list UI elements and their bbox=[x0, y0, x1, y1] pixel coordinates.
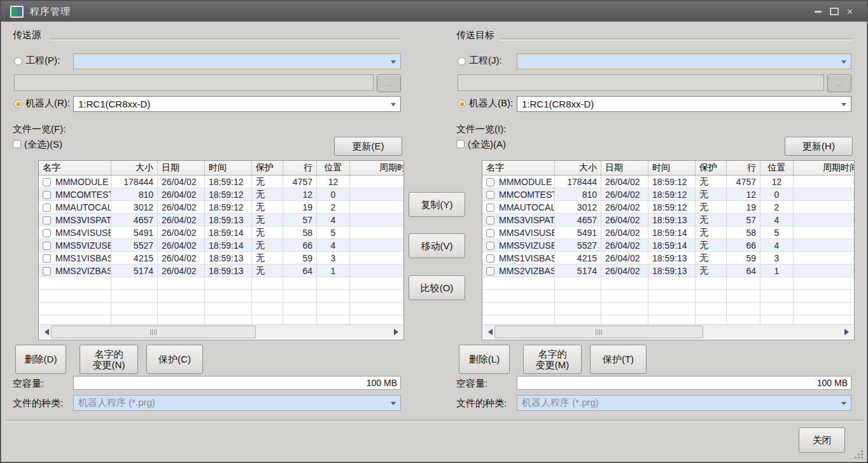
row-checkbox[interactable] bbox=[486, 254, 494, 263]
table-row[interactable]: MMS2VIZBASIC517426/04/0218:59:13无6410 bbox=[39, 265, 404, 277]
path-field[interactable] bbox=[458, 74, 824, 91]
file-type-combo[interactable]: 机器人程序 (*.prg) bbox=[73, 395, 401, 411]
row-checkbox[interactable] bbox=[486, 242, 494, 250]
browse-button[interactable]: ... bbox=[377, 74, 401, 92]
refresh-button[interactable]: 更新(E) bbox=[334, 137, 402, 156]
resize-grip[interactable] bbox=[854, 450, 863, 459]
table-row[interactable]: MMS1VISBASIC421526/04/0218:59:13无5930 bbox=[39, 252, 404, 265]
column-header-cycle[interactable]: 周期时间 bbox=[350, 161, 405, 176]
delete-button[interactable]: 删除(L) bbox=[459, 345, 510, 374]
table-row[interactable]: MMS2VIZBASIC517426/04/0218:59:13无6410 bbox=[482, 265, 855, 277]
file-type-combo[interactable]: 机器人程序 (*.prg) bbox=[517, 395, 851, 411]
robot-radio[interactable] bbox=[458, 100, 466, 108]
column-header-size[interactable]: 大小 bbox=[555, 161, 601, 176]
row-checkbox[interactable] bbox=[43, 229, 51, 237]
column-header-size[interactable]: 大小 bbox=[111, 161, 158, 176]
scroll-thumb[interactable] bbox=[51, 326, 256, 338]
scroll-left-button[interactable] bbox=[39, 325, 50, 338]
titlebar[interactable]: 程序管理 ✕ bbox=[1, 1, 867, 22]
cell-date: 26/04/02 bbox=[601, 239, 648, 252]
minimize-button[interactable] bbox=[810, 4, 826, 18]
cell-name: MMS3VISPATH bbox=[482, 214, 555, 226]
column-header-date[interactable]: 日期 bbox=[158, 161, 205, 176]
close-button[interactable]: 关闭 bbox=[799, 427, 845, 453]
robot-combo[interactable]: 1:RC1(CR8xx-D) bbox=[517, 96, 851, 112]
project-radio[interactable] bbox=[458, 57, 466, 66]
cell-date: 26/04/02 bbox=[601, 201, 648, 214]
scroll-right-button[interactable] bbox=[843, 325, 853, 338]
column-header-date[interactable]: 日期 bbox=[601, 161, 648, 176]
compare-button[interactable]: 比较(O) bbox=[409, 275, 465, 300]
cell-position: 4 bbox=[760, 214, 794, 226]
table-row[interactable]: MMS4VISUSER549126/04/0218:59:14无5850 bbox=[482, 226, 855, 239]
column-header-cycle[interactable]: 周期时间 bbox=[794, 161, 855, 176]
column-header-protect[interactable]: 保护 bbox=[252, 161, 283, 176]
protect-button[interactable]: 保护(C) bbox=[146, 345, 203, 374]
file-list-label: 文件一览(I): bbox=[456, 123, 506, 135]
scroll-left-button[interactable] bbox=[483, 325, 494, 338]
close-window-button[interactable]: ✕ bbox=[842, 4, 858, 18]
table-row[interactable]: MMS3VISPATH465726/04/0218:59:13无5740 bbox=[39, 214, 404, 226]
rename-button[interactable]: 名字的 变更(N) bbox=[80, 345, 138, 374]
hscrollbar[interactable] bbox=[483, 324, 853, 338]
table-row[interactable]: MMAUTOCALIB301226/04/0218:59:12无1920 bbox=[39, 201, 404, 214]
column-header-name[interactable]: 名字 bbox=[482, 161, 555, 176]
table-row[interactable]: MMS1VISBASIC421526/04/0218:59:13无5930 bbox=[482, 252, 855, 265]
project-radio[interactable] bbox=[14, 57, 22, 66]
row-checkbox[interactable] bbox=[486, 267, 494, 275]
column-header-protect[interactable]: 保护 bbox=[696, 161, 727, 176]
row-checkbox[interactable] bbox=[486, 191, 494, 199]
table-row[interactable]: MMCOMTEST81026/04/0218:59:12无1200 bbox=[482, 188, 855, 201]
row-checkbox[interactable] bbox=[486, 229, 494, 237]
row-checkbox[interactable] bbox=[43, 191, 51, 199]
path-field[interactable] bbox=[14, 74, 374, 91]
row-checkbox[interactable] bbox=[43, 254, 51, 263]
column-header-lines[interactable]: 行 bbox=[727, 161, 760, 176]
scroll-right-button[interactable] bbox=[392, 325, 403, 338]
row-checkbox[interactable] bbox=[486, 178, 494, 186]
move-button[interactable]: 移动(V) bbox=[409, 233, 465, 258]
select-all-checkbox[interactable] bbox=[13, 140, 21, 148]
project-combo[interactable] bbox=[73, 53, 401, 69]
row-checkbox[interactable] bbox=[43, 178, 51, 186]
cell-empty bbox=[111, 277, 158, 290]
scroll-thumb[interactable] bbox=[494, 326, 703, 338]
table-row[interactable]: MMMODULE17844426/04/0218:59:12无4757120 bbox=[39, 176, 404, 188]
row-checkbox[interactable] bbox=[43, 242, 51, 250]
project-combo[interactable] bbox=[517, 53, 851, 69]
table-row[interactable]: MMCOMTEST81026/04/0218:59:12无1200 bbox=[39, 188, 404, 201]
column-header-lines[interactable]: 行 bbox=[283, 161, 317, 176]
robot-combo[interactable]: 1:RC1(CR8xx-D) bbox=[73, 96, 401, 112]
robot-radio[interactable] bbox=[14, 100, 22, 108]
column-header-name[interactable]: 名字 bbox=[39, 161, 111, 176]
row-checkbox[interactable] bbox=[43, 216, 51, 225]
browse-button[interactable]: ... bbox=[827, 74, 851, 92]
cell-size: 5527 bbox=[555, 239, 601, 252]
rename-button[interactable]: 名字的 变更(M) bbox=[523, 345, 582, 374]
refresh-button[interactable]: 更新(H) bbox=[785, 137, 853, 156]
column-header-position[interactable]: 位置 bbox=[760, 161, 794, 176]
table-row[interactable]: MMMODULE17844426/04/0218:59:12无4757120 bbox=[482, 176, 855, 188]
hscrollbar[interactable] bbox=[39, 324, 403, 338]
protect-button[interactable]: 保护(T) bbox=[590, 345, 647, 374]
maximize-button[interactable] bbox=[826, 4, 842, 18]
column-header-position[interactable]: 位置 bbox=[317, 161, 350, 176]
table-row[interactable]: MMAUTOCALIB301226/04/0218:59:12无1920 bbox=[482, 201, 855, 214]
column-header-time[interactable]: 时间 bbox=[205, 161, 252, 176]
table-row[interactable]: MMS5VIZUSER552726/04/0218:59:14无6640 bbox=[39, 239, 404, 252]
delete-button[interactable]: 删除(D) bbox=[15, 345, 66, 374]
cell-protect: 无 bbox=[252, 201, 283, 214]
row-checkbox[interactable] bbox=[43, 267, 51, 275]
copy-button[interactable]: 复制(Y) bbox=[409, 192, 465, 217]
row-checkbox[interactable] bbox=[486, 216, 494, 225]
row-checkbox[interactable] bbox=[43, 204, 51, 212]
cell-time: 18:59:14 bbox=[205, 226, 252, 239]
row-checkbox[interactable] bbox=[486, 204, 494, 212]
select-all-checkbox[interactable] bbox=[456, 140, 465, 148]
column-header-time[interactable]: 时间 bbox=[648, 161, 696, 176]
cell-cycle: 0 bbox=[794, 214, 855, 226]
table-row[interactable]: MMS4VISUSER549126/04/0218:59:14无5850 bbox=[39, 226, 404, 239]
table-row[interactable]: MMS5VIZUSER552726/04/0218:59:14无6640 bbox=[482, 239, 855, 252]
table-header-row: 名字大小日期时间保护行位置周期时间运行 bbox=[482, 161, 855, 176]
table-row[interactable]: MMS3VISPATH465726/04/0218:59:13无5740 bbox=[482, 214, 855, 226]
